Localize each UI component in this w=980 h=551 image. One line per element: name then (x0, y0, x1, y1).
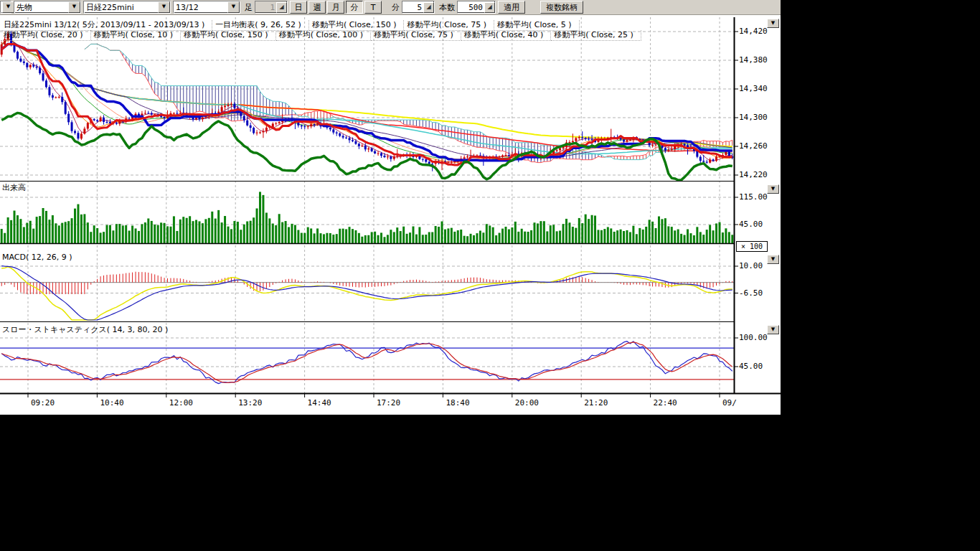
ashi-label: 足 (245, 2, 253, 13)
price-tick-1: 14,380 (739, 55, 768, 65)
chevron-down-icon: ▼ (68, 1, 80, 13)
bar-count-spinner[interactable]: 500 ◢ (457, 1, 496, 14)
stoch-tick-0: 100.00 (739, 333, 768, 342)
spinner-icon: ◢ (276, 2, 287, 13)
time-tick-5: 17:20 (377, 398, 400, 408)
chart-area: 日経225mini 13/12( 5分, 2013/09/11 - 2013/0… (0, 0, 781, 415)
interval-value: 1 (255, 3, 276, 12)
legend-item-r2-5[interactable]: 移動平均( Close, 40 ) (461, 30, 552, 41)
contract-month-value: 13/12 (176, 3, 226, 12)
chevron-down-icon: ▼ (2, 1, 14, 13)
time-tick-0: 09:20 (31, 398, 55, 408)
multi-symbol-button[interactable]: 複数銘柄 (540, 1, 583, 14)
stoch-section-label: スロー・ストキャスティクス( 14, 3, 80, 20 ) (2, 324, 168, 335)
price-tick-4: 14,260 (739, 141, 768, 151)
period-month-button[interactable]: 月 (327, 1, 344, 14)
chevron-down-icon: ▼ (158, 1, 170, 13)
edge-combo[interactable]: ▼ (0, 1, 11, 14)
legend-row-2: 移動平均( Close, 20 )移動平均( Close, 10 )移動平均( … (1, 27, 641, 41)
interval-spinner: 1 ◢ (255, 1, 288, 14)
legend-item-r2-1[interactable]: 移動平均( Close, 10 ) (91, 30, 182, 41)
volume-multiplier-box: × 100 (736, 241, 768, 252)
chart-app-window: 日経225mini 13/12( 5分, 2013/09/11 - 2013/0… (0, 0, 781, 415)
stoch-scale-menu-button[interactable]: ▼ (767, 325, 779, 334)
desktop-background: 日経225mini 13/12( 5分, 2013/09/11 - 2013/0… (0, 0, 980, 551)
instrument-type-select[interactable]: 先物 ▼ (14, 1, 81, 14)
volume-tick-1: 45.00 (739, 220, 763, 229)
macd-scale-menu-button[interactable]: ▼ (767, 255, 779, 264)
volume-section-label: 出来高 (2, 182, 26, 193)
time-tick-3: 13:20 (238, 398, 262, 408)
chart-canvas (0, 0, 781, 415)
time-tick-1: 10:40 (100, 398, 123, 408)
price-tick-5: 14,220 (739, 170, 768, 179)
price-scale-menu-button[interactable]: ▼ (767, 19, 779, 28)
spinner-icon: ◢ (484, 2, 495, 13)
time-tick-2: 12:00 (169, 398, 193, 408)
period-week-button[interactable]: 週 (308, 1, 326, 14)
legend-item-r2-2[interactable]: 移動平均( Close, 150 ) (181, 30, 276, 41)
legend-item-r2-4[interactable]: 移動平均( Close, 75 ) (371, 30, 461, 41)
time-tick-9: 22:40 (654, 398, 677, 408)
volume-tick-0: 115.00 (739, 192, 768, 202)
price-tick-3: 14,300 (739, 113, 768, 122)
time-tick-8: 21:20 (584, 398, 608, 408)
time-tick-6: 18:40 (446, 398, 469, 408)
symbol-select[interactable]: 日経225mini ▼ (83, 1, 171, 14)
bar-count-label: 本数 (439, 2, 455, 13)
toolbar: ▼ 先物 ▼ 日経225mini ▼ 13/12 ▼ 足 1 ◢ 日 週 月 分 (0, 0, 781, 15)
price-tick-0: 14,420 (739, 27, 768, 36)
minute-value: 5 (402, 3, 423, 12)
macd-section-label: MACD( 12, 26, 9 ) (2, 253, 72, 262)
stoch-tick-1: 45.00 (739, 362, 763, 371)
macd-tick-0: 10.00 (739, 261, 763, 270)
spinner-icon: ◢ (423, 2, 434, 13)
legend-item-r2-0[interactable]: 移動平均( Close, 20 ) (1, 30, 91, 41)
macd-tick-1: -6.50 (739, 288, 763, 298)
period-day-button[interactable]: 日 (290, 1, 307, 14)
bar-count-value: 500 (458, 3, 484, 12)
time-tick-4: 14:40 (308, 398, 331, 408)
period-tick-button[interactable]: T (364, 1, 382, 14)
time-tick-10: 09/ (722, 398, 737, 408)
price-tick-2: 14,340 (739, 84, 768, 93)
instrument-type-value: 先物 (17, 2, 67, 13)
apply-button[interactable]: 適用 (498, 1, 525, 14)
chevron-down-icon: ▼ (227, 1, 240, 13)
symbol-value: 日経225mini (86, 2, 156, 13)
contract-month-select[interactable]: 13/12 ▼ (173, 1, 240, 14)
legend-item-r2-3[interactable]: 移動平均( Close, 100 ) (276, 30, 372, 41)
volume-scale-menu-button[interactable]: ▼ (767, 184, 779, 194)
minute-label: 分 (392, 2, 400, 13)
legend-item-r2-6[interactable]: 移動平均( Close, 25 ) (551, 30, 641, 41)
period-minute-button[interactable]: 分 (346, 1, 363, 14)
time-tick-7: 20:00 (515, 398, 539, 408)
minute-spinner[interactable]: 5 ◢ (402, 1, 435, 14)
